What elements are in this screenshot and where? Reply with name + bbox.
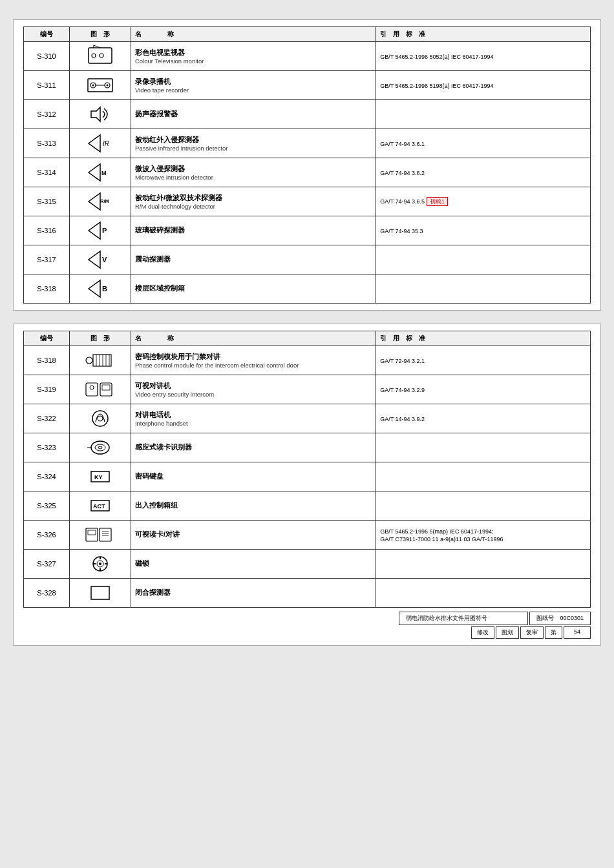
- header2-name: 名 称: [131, 331, 376, 346]
- row-std: [376, 274, 591, 304]
- table-row: S-317 V 震动探测器: [24, 245, 591, 274]
- svg-text:KY: KY: [94, 474, 103, 480]
- svg-point-9: [106, 85, 108, 87]
- row-name: 密码键盘: [131, 462, 376, 491]
- svg-rect-47: [100, 528, 111, 541]
- svg-point-1: [92, 54, 96, 57]
- footer-page-num: 54: [564, 626, 591, 639]
- table-row: S-323 感应式读卡识别器: [24, 433, 591, 462]
- svg-marker-12: [89, 135, 100, 152]
- row-num: S-312: [24, 100, 70, 129]
- table-row: S-325 ACT 出入控制箱组: [24, 491, 591, 521]
- row-name: 玻璃破碎探测器: [131, 216, 376, 245]
- section1-table-wrap: 编号 图 形 名 称 引 用 标 准 S-310 彩色电视监视器Colour T…: [14, 20, 600, 310]
- row-name: 出入控制箱组: [131, 491, 376, 521]
- row-std: GA/T 74-94 3.6.5 初稿1: [376, 187, 591, 216]
- row-symbol: KY: [70, 462, 131, 491]
- section2-table: 编号 图 形 名 称 引 用 标 准 S-318 密码控制模块用于门禁对讲Pha…: [23, 331, 591, 608]
- note-badge: 初稿1: [427, 197, 448, 206]
- row-name: 微波入侵探测器Microwave intrusion detector: [131, 158, 376, 187]
- footer-review: 复审: [520, 626, 544, 639]
- row-std: [376, 100, 591, 129]
- row-num: S-318: [24, 346, 70, 375]
- svg-marker-11: [91, 107, 100, 121]
- table-row: S-310 彩色电视监视器Colour Television monitorGB…: [24, 42, 591, 71]
- row-std: GB/T 5465.2-1996 5198(a) IEC 60417-1994: [376, 71, 591, 100]
- svg-rect-34: [102, 385, 110, 390]
- svg-point-37: [91, 441, 109, 454]
- row-std: [376, 462, 591, 491]
- row-std: GA/T 74-94 3.2.9: [376, 375, 591, 404]
- table-row: S-322 对讲电话机Interphone handsetGA/T 14-94 …: [24, 404, 591, 433]
- row-symbol: M: [70, 158, 131, 187]
- table-row: S-318 密码控制模块用于门禁对讲Phase control module f…: [24, 346, 591, 375]
- row-num: S-324: [24, 462, 70, 491]
- row-std: [376, 491, 591, 521]
- row-std: GA/T 74-94 3.6.1: [376, 129, 591, 158]
- row-num: S-315: [24, 187, 70, 216]
- svg-marker-20: [89, 251, 100, 268]
- table-row: S-326 可视读卡/对讲GB/T 5465.2-1996 5(map) IEC…: [24, 521, 591, 550]
- table-row: S-316 P 玻璃破碎探测器GA/T 74-94 35.3: [24, 216, 591, 245]
- row-num: S-313: [24, 129, 70, 158]
- header-symbol: 图 形: [70, 27, 131, 42]
- svg-point-7: [92, 85, 94, 87]
- row-num: S-322: [24, 404, 70, 433]
- svg-point-39: [98, 446, 102, 449]
- row-std: GA/T 14-94 3.9.2: [376, 404, 591, 433]
- row-num: S-328: [24, 579, 70, 608]
- table-row: S-327 磁锁: [24, 550, 591, 579]
- row-symbol: [70, 433, 131, 462]
- footer-draw: 图划: [496, 626, 519, 639]
- row-num: S-317: [24, 245, 70, 274]
- svg-text:IR: IR: [103, 140, 109, 147]
- svg-text:B: B: [102, 285, 107, 293]
- header2-symbol: 图 形: [70, 331, 131, 346]
- header2-std: 引 用 标 准: [376, 331, 591, 346]
- footer-rev: 修改: [471, 626, 494, 639]
- row-num: S-327: [24, 550, 70, 579]
- row-symbol: R/M: [70, 187, 131, 216]
- row-name: 磁锁: [131, 550, 376, 579]
- row-symbol: IR: [70, 129, 131, 158]
- svg-point-38: [95, 444, 105, 451]
- svg-marker-14: [89, 164, 100, 181]
- row-symbol: V: [70, 245, 131, 274]
- svg-point-35: [92, 411, 108, 426]
- row-name: 录像录播机Video tape recorder: [131, 71, 376, 100]
- header2-num: 编号: [24, 331, 70, 346]
- row-num: S-316: [24, 216, 70, 245]
- row-symbol: P: [70, 216, 131, 245]
- row-name: 感应式读卡识别器: [131, 433, 376, 462]
- row-name: 可视读卡/对讲: [131, 521, 376, 550]
- row-name: 闭合探测器: [131, 579, 376, 608]
- row-name: 对讲电话机Interphone handset: [131, 404, 376, 433]
- svg-text:M: M: [101, 170, 107, 176]
- svg-marker-22: [89, 280, 100, 297]
- svg-point-24: [86, 357, 92, 364]
- table-row: S-313 IR 被动红外入侵探测器Passive infrared intru…: [24, 129, 591, 158]
- row-std: [376, 433, 591, 462]
- table-row: S-324 KY 密码键盘: [24, 462, 591, 491]
- footer-doc-num: 图纸号 00C0301: [529, 612, 591, 625]
- row-std: [376, 579, 591, 608]
- row-num: S-319: [24, 375, 70, 404]
- row-std: GB/T 5465.2-1996 5052(a) IEC 60417-1994: [376, 42, 591, 71]
- row-symbol: [70, 375, 131, 404]
- svg-point-2: [100, 54, 103, 57]
- table-row: S-318 B 楼层区域控制箱: [24, 274, 591, 304]
- table-row: S-314 M 微波入侵探测器Microwave intrusion detec…: [24, 158, 591, 187]
- footer-doc-ref: 弱电消防给水排水文件用图符号: [399, 612, 528, 625]
- row-std: [376, 550, 591, 579]
- svg-text:ACT: ACT: [93, 503, 105, 510]
- row-num: S-326: [24, 521, 70, 550]
- section1: 编号 图 形 名 称 引 用 标 准 S-310 彩色电视监视器Colour T…: [13, 19, 601, 311]
- svg-text:R/M: R/M: [100, 198, 109, 204]
- row-num: S-318: [24, 274, 70, 304]
- row-name: 扬声器报警器: [131, 100, 376, 129]
- row-name: 可视对讲机Video entry security intercom: [131, 375, 376, 404]
- row-symbol: [70, 521, 131, 550]
- row-name: 密码控制模块用于门禁对讲Phase control module for the…: [131, 346, 376, 375]
- svg-marker-16: [89, 193, 100, 210]
- row-num: S-310: [24, 42, 70, 71]
